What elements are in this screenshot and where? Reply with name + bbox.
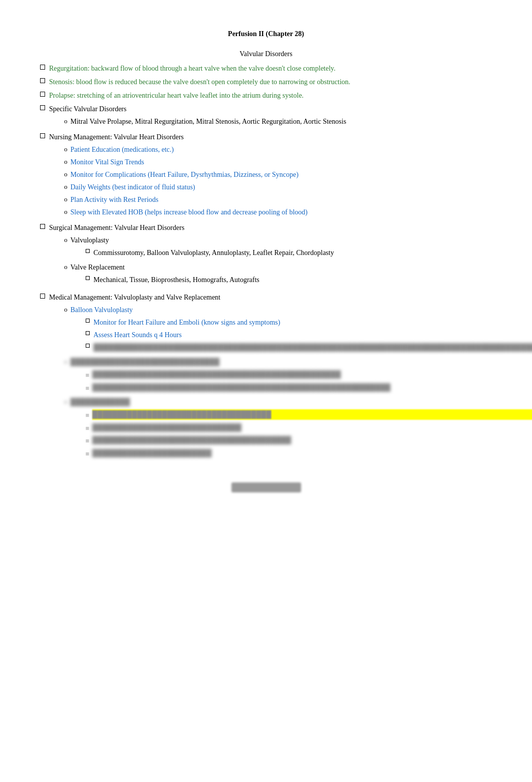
page-container: Perfusion II (Chapter 28) Valvular Disor… — [40, 30, 492, 492]
sub-sub-list-item: ■ ████████████████████████████████████ — [86, 409, 533, 420]
sub-sub-bullet-icon — [86, 331, 90, 335]
sub-item-content: Balloon Valvuloplasty Monitor for Heart … — [71, 305, 533, 355]
sub-item-text: Patient Education (medications, etc.) — [71, 144, 492, 155]
item-content: Specific Valvular Disorders o Mitral Val… — [49, 104, 492, 129]
o-bullet-icon: o — [64, 144, 68, 154]
sub-item-text-blurred: ██████████████████████████████ — [71, 358, 220, 366]
sub-sub-list-item: ■ ██████████████████████████████ — [86, 422, 533, 433]
sub-sub-item-text-highlight-blurred: ████████████████████████████████████ — [92, 409, 532, 420]
o-bullet-icon: o — [64, 169, 68, 179]
sub-list-item: o Monitor Vital Sign Trends — [64, 157, 492, 167]
o-bullet-icon: o — [64, 116, 68, 126]
o-bullet-icon: o — [64, 262, 68, 272]
sub-item-text-blurred: ████████████ — [71, 398, 130, 406]
o-bullet-icon: o — [64, 207, 68, 217]
sub-item-content: ██████████████████████████████ ■ ███████… — [71, 357, 533, 395]
sub-item-text: Valve Replacement — [71, 264, 125, 271]
sub-sub-item-text-blurred: ████████████████████████████████████████… — [94, 342, 533, 353]
sub-sub-item-text: Monitor for Heart Failure and Emboli (kn… — [94, 317, 533, 328]
sub-sub-item-text-blurred: ████████████████████████████████████████ — [92, 435, 532, 445]
sub-sub-item-text-blurred: ████████████████████████████████████████… — [92, 382, 532, 393]
sub-list-item: o Patient Education (medications, etc.) — [64, 144, 492, 155]
sub-sub-item-text: Commissurotomy, Balloon Valvuloplasty, A… — [94, 247, 492, 258]
o-bullet-icon: o — [64, 397, 68, 407]
bullet-square-icon — [40, 65, 45, 70]
numeric-bullet: ■ — [86, 449, 90, 459]
o-bullet-icon: o — [64, 235, 68, 245]
item-text: Nursing Management: Valvular Heart Disor… — [49, 133, 184, 141]
numeric-bullet: ■ — [86, 410, 90, 420]
item-content: Medical Management: Valvuloplasty and Va… — [49, 292, 532, 462]
page-footer: ——————— — [40, 482, 492, 492]
sub-list-item: o Monitor for Complications (Heart Failu… — [64, 169, 492, 180]
sub-sub-list-item: ████████████████████████████████████████… — [86, 342, 533, 353]
item-text: Medical Management: Valvuloplasty and Va… — [49, 294, 220, 301]
list-item: Surgical Management: Valvular Heart Diso… — [40, 222, 492, 289]
bullet-square-icon — [40, 294, 45, 299]
sub-sub-list: ■ ████████████████████████████████████ ■… — [86, 409, 533, 458]
item-content: Surgical Management: Valvular Heart Diso… — [49, 222, 492, 289]
page-title: Perfusion II (Chapter 28) — [40, 30, 492, 38]
sub-list: o Patient Education (medications, etc.) … — [64, 144, 492, 217]
sub-sub-list-item: ■ ██████████████████████████████████████… — [86, 435, 533, 446]
sub-list-item: o Daily Weights (best indicator of fluid… — [64, 182, 492, 192]
list-item: Medical Management: Valvuloplasty and Va… — [40, 292, 492, 462]
main-list: Regurgitation: backward flow of blood th… — [40, 63, 492, 462]
sub-list: o Valvuloplasty Commissurotomy, Balloon … — [64, 235, 492, 287]
sub-item-text: Monitor Vital Sign Trends — [71, 157, 492, 167]
o-bullet-icon: o — [64, 305, 68, 315]
sub-item-text: Sleep with Elevated HOB (helps increase … — [71, 207, 492, 217]
footer-blurred-text: ——————— — [231, 482, 301, 492]
item-text: Stenosis: blood flow is reduced because … — [49, 77, 492, 87]
sub-list-item: o Valvuloplasty Commissurotomy, Balloon … — [64, 235, 492, 260]
o-bullet-icon: o — [64, 182, 68, 192]
sub-sub-list: Mechanical, Tissue, Bioprosthesis, Homog… — [86, 275, 492, 285]
list-item: Prolapse: stretching of an atrioventricu… — [40, 90, 492, 101]
item-text: Prolapse: stretching of an atrioventricu… — [49, 90, 492, 101]
sub-sub-list-item: ■ ████████████████████████ — [86, 448, 533, 459]
sub-sub-list: Monitor for Heart Failure and Emboli (kn… — [86, 317, 533, 353]
bullet-square-icon — [40, 92, 45, 97]
bullet-square-icon — [40, 78, 45, 83]
sub-sub-bullet-icon — [86, 276, 90, 280]
sub-item-text: Balloon Valvuloplasty — [71, 306, 133, 314]
item-content: Nursing Management: Valvular Heart Disor… — [49, 132, 492, 219]
section-title: Valvular Disorders — [40, 50, 492, 58]
item-text: Surgical Management: Valvular Heart Diso… — [49, 224, 184, 231]
sub-item-text: Monitor for Complications (Heart Failure… — [71, 169, 492, 180]
sub-list-item: o Balloon Valvuloplasty Monitor for Hear… — [64, 305, 532, 355]
sub-item-text: Daily Weights (best indicator of fluid s… — [71, 182, 492, 192]
sub-sub-list-item: Mechanical, Tissue, Bioprosthesis, Homog… — [86, 275, 492, 285]
list-item: Stenosis: blood flow is reduced because … — [40, 77, 492, 87]
sub-sub-list-item: Monitor for Heart Failure and Emboli (kn… — [86, 317, 533, 328]
sub-sub-list: Commissurotomy, Balloon Valvuloplasty, A… — [86, 247, 492, 258]
sub-list: o Balloon Valvuloplasty Monitor for Hear… — [64, 305, 532, 460]
sub-item-text: Valvuloplasty — [71, 236, 109, 244]
numeric-bullet: ■ — [86, 383, 90, 393]
list-item: Specific Valvular Disorders o Mitral Val… — [40, 104, 492, 129]
sub-item-content: Valvuloplasty Commissurotomy, Balloon Va… — [71, 235, 492, 260]
sub-sub-list-item: Assess Heart Sounds q 4 Hours — [86, 330, 533, 340]
sub-sub-item-text: Assess Heart Sounds q 4 Hours — [94, 330, 533, 340]
list-item: Regurgitation: backward flow of blood th… — [40, 63, 492, 74]
sub-sub-list-item: ■ ██████████████████████████████████████… — [86, 382, 533, 393]
sub-sub-item-text-blurred: ████████████████████████████████████████… — [92, 369, 532, 380]
numeric-bullet: ■ — [86, 423, 90, 433]
item-text: Specific Valvular Disorders — [49, 105, 126, 113]
sub-item-content: Valve Replacement Mechanical, Tissue, Bi… — [71, 262, 492, 287]
sub-sub-item-text-blurred: ████████████████████████ — [92, 448, 532, 458]
sub-list: o Mitral Valve Prolapse, Mitral Regurgit… — [64, 116, 492, 127]
sub-sub-list-item: ■ ██████████████████████████████████████… — [86, 369, 533, 380]
sub-sub-item-text: Mechanical, Tissue, Bioprosthesis, Homog… — [94, 275, 492, 285]
sub-list-item: o Sleep with Elevated HOB (helps increas… — [64, 207, 492, 217]
bullet-square-icon — [40, 105, 45, 110]
sub-sub-bullet-icon — [86, 319, 90, 323]
item-text: Regurgitation: backward flow of blood th… — [49, 63, 492, 74]
o-bullet-icon: o — [64, 357, 68, 367]
sub-sub-bullet-icon — [86, 344, 90, 348]
numeric-bullet: ■ — [86, 370, 90, 380]
o-bullet-icon: o — [64, 194, 68, 204]
sub-list-item: o ████████████ ■ ███████████████████████… — [64, 397, 532, 460]
sub-list-item: o Mitral Valve Prolapse, Mitral Regurgit… — [64, 116, 492, 127]
sub-sub-list-item: Commissurotomy, Balloon Valvuloplasty, A… — [86, 247, 492, 258]
